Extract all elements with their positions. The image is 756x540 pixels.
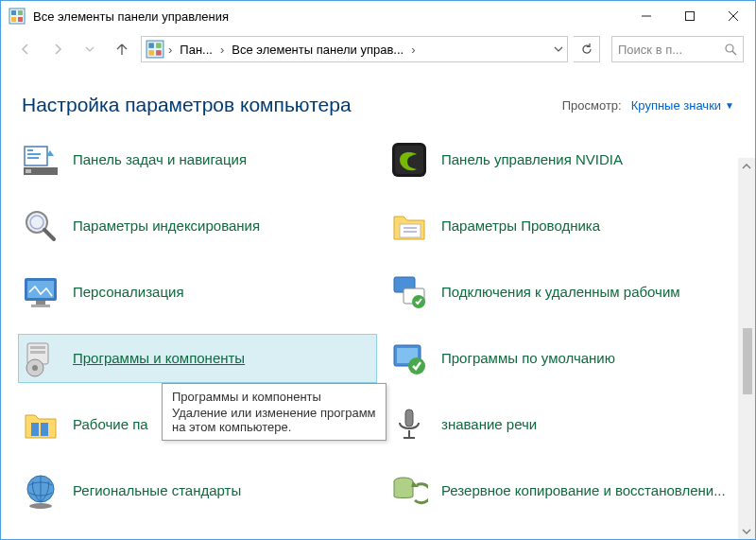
svg-rect-1	[11, 10, 16, 15]
chevron-down-icon: ▼	[725, 100, 734, 111]
content-area: Панель задач и навигация Панель управлен…	[1, 130, 755, 527]
breadcrumb-segment[interactable]: Пан...	[174, 43, 218, 57]
programs-icon	[22, 340, 60, 377]
svg-rect-12	[148, 50, 154, 56]
chevron-right-icon[interactable]: ›	[166, 43, 174, 57]
default-programs-icon	[390, 340, 428, 377]
work-folders-icon	[22, 406, 60, 444]
cp-item-personalization[interactable]: Персонализация	[18, 268, 377, 317]
maximize-button[interactable]	[668, 1, 712, 31]
svg-line-23	[44, 230, 54, 239]
recent-dropdown[interactable]	[77, 36, 103, 62]
svg-rect-40	[31, 423, 39, 436]
minimize-button[interactable]	[625, 1, 668, 31]
svg-point-46	[29, 503, 52, 509]
cp-item-remote-desktop[interactable]: Подключения к удаленным рабочим	[387, 268, 746, 317]
cp-item-region[interactable]: Региональные стандарты	[18, 466, 377, 515]
svg-rect-6	[686, 12, 695, 21]
up-button[interactable]	[109, 36, 135, 62]
indexing-icon	[22, 207, 60, 245]
cp-item-explorer-options[interactable]: Параметры Проводника	[387, 201, 746, 251]
region-icon	[22, 472, 60, 510]
svg-rect-2	[18, 10, 23, 15]
tooltip-body: на этом компьютере.	[172, 420, 376, 434]
cp-item-label: Программы по умолчанию	[441, 350, 615, 367]
cp-item-programs-features[interactable]: Программы и компоненты	[18, 334, 377, 383]
header: Настройка параметров компьютера Просмотр…	[1, 67, 755, 130]
svg-rect-11	[156, 43, 162, 48]
cp-item-label: Параметры индексирования	[73, 218, 260, 235]
control-panel-icon	[9, 8, 26, 25]
backup-icon	[390, 472, 428, 510]
tooltip-title: Программы и компоненты	[172, 390, 376, 404]
cp-item-label: Резервное копирование и восстановлени...	[441, 482, 726, 499]
svg-rect-24	[400, 224, 421, 237]
titlebar: Все элементы панели управления	[1, 1, 755, 31]
svg-rect-18	[26, 169, 31, 173]
svg-rect-33	[30, 346, 45, 349]
breadcrumb-segment[interactable]: Все элементы панели управ...	[226, 43, 409, 57]
svg-rect-3	[11, 17, 16, 22]
search-icon	[725, 44, 737, 56]
cp-item-label: Параметры Проводника	[441, 218, 600, 235]
view-picker[interactable]: Крупные значки ▼	[631, 98, 734, 113]
cp-item-backup-restore[interactable]: Резервное копирование и восстановлени...	[387, 466, 746, 515]
svg-rect-13	[156, 50, 162, 56]
svg-rect-27	[36, 301, 45, 305]
view-picker-value: Крупные значки	[631, 98, 721, 113]
svg-line-15	[732, 51, 736, 55]
svg-rect-4	[18, 17, 23, 22]
speech-icon	[390, 406, 428, 444]
svg-rect-28	[31, 305, 50, 307]
cp-item-label: Рабочие па	[73, 416, 148, 433]
tooltip-body: Удаление или изменение программ	[172, 406, 376, 420]
navbar: › Пан... › Все элементы панели управ... …	[1, 31, 755, 67]
breadcrumb[interactable]: › Пан... › Все элементы панели управ... …	[141, 36, 568, 62]
chevron-right-icon[interactable]: ›	[409, 43, 417, 57]
cp-item-label: Панель задач и навигация	[73, 151, 247, 168]
chevron-right-icon[interactable]: ›	[218, 43, 226, 57]
window-controls	[625, 1, 755, 31]
window-title: Все элементы панели управления	[33, 9, 625, 24]
cp-item-label: Панель управления NVIDIA	[441, 151, 623, 168]
personalization-icon	[22, 273, 60, 311]
control-panel-items: Панель задач и навигация Панель управлен…	[18, 135, 746, 515]
taskbar-icon	[22, 141, 60, 179]
scroll-down-button[interactable]	[738, 523, 755, 540]
close-button[interactable]	[712, 1, 755, 31]
cp-item-label: Персонализация	[73, 284, 184, 301]
cp-item-label: Региональные стандарты	[73, 482, 241, 499]
cp-item-label: Программы и компоненты	[73, 350, 245, 367]
cp-item-speech-recognition[interactable]: знавание речи	[387, 400, 746, 449]
svg-rect-42	[405, 409, 413, 427]
breadcrumb-history-dropdown[interactable]	[552, 44, 565, 54]
cp-item-nvidia[interactable]: Панель управления NVIDIA	[387, 135, 746, 184]
forward-button[interactable]	[44, 36, 71, 62]
svg-rect-10	[148, 43, 154, 48]
back-button[interactable]	[12, 36, 39, 62]
svg-point-36	[32, 365, 38, 371]
nvidia-icon	[390, 141, 428, 179]
remote-desktop-icon	[390, 273, 428, 311]
control-panel-icon	[146, 40, 164, 59]
cp-item-label: Подключения к удаленным рабочим	[441, 284, 680, 301]
cp-item-indexing[interactable]: Параметры индексирования	[18, 201, 377, 251]
scroll-up-button[interactable]	[738, 158, 755, 175]
view-label: Просмотр:	[562, 98, 622, 113]
page-title: Настройка параметров компьютера	[22, 94, 562, 116]
svg-rect-41	[41, 423, 48, 436]
folder-options-icon	[390, 207, 428, 245]
search-placeholder: Поиск в п...	[618, 43, 682, 57]
search-input[interactable]: Поиск в п...	[611, 36, 744, 62]
cp-item-default-programs[interactable]: Программы по умолчанию	[387, 334, 746, 383]
cp-item-label: знавание речи	[441, 416, 537, 433]
scrollbar[interactable]	[738, 158, 755, 540]
tooltip: Программы и компоненты Удаление или изме…	[162, 383, 387, 441]
svg-point-14	[726, 44, 733, 52]
scrollbar-thumb[interactable]	[743, 328, 752, 394]
svg-rect-34	[30, 351, 45, 354]
refresh-button[interactable]	[574, 36, 600, 62]
cp-item-taskbar[interactable]: Панель задач и навигация	[18, 135, 377, 184]
